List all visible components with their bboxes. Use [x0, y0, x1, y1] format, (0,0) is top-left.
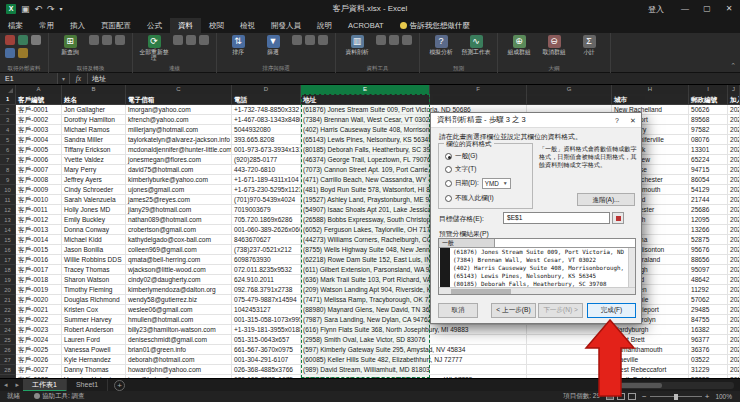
tell-me-box[interactable]: 告訴我您想做什麼 [400, 18, 470, 33]
cell[interactable]: Mary Perry [62, 165, 126, 175]
cell[interactable]: 2021-1 [728, 105, 740, 115]
cell[interactable]: deniseschmidt@gmail.com [126, 335, 232, 345]
cell[interactable]: 86054 [689, 175, 728, 185]
ribbon-tab-資料[interactable]: 資料 [170, 18, 201, 33]
cell[interactable] [430, 365, 527, 375]
cell[interactable]: Donna Conway [62, 225, 126, 235]
cell[interactable]: 8463670627 [232, 235, 301, 245]
row-number[interactable]: 24 [0, 325, 16, 335]
cell[interactable]: 客戶-0012 [16, 215, 62, 225]
collapse-ribbon-icon[interactable]: ⌃ [730, 62, 736, 70]
recent-sources-button[interactable] [115, 35, 127, 47]
refresh-all-button[interactable]: ⟳全部重新整理 [138, 35, 170, 61]
ribbon-tab-常用[interactable]: 常用 [31, 18, 62, 33]
cell[interactable]: Jeffrey Ayers [62, 175, 126, 185]
cell[interactable]: 客戶-0027 [16, 365, 62, 375]
cell[interactable]: 5044932080 [232, 125, 301, 135]
show-queries-button[interactable] [89, 35, 101, 47]
range-selector-button[interactable] [612, 212, 624, 224]
zoom-in-icon[interactable]: + [705, 393, 710, 401]
row-number[interactable]: 14 [0, 225, 16, 235]
cell[interactable]: Kyle Hernandez [62, 355, 126, 365]
cell[interactable]: 2023-0 [728, 315, 740, 325]
cell[interactable]: 2023-0 [728, 215, 740, 225]
cell[interactable]: Danny Thomas [62, 365, 126, 375]
dialog-close-icon[interactable]: ✕ [625, 113, 641, 128]
ribbon-tab-檔案[interactable]: 檔案 [0, 18, 31, 33]
cell[interactable]: 2024-0 [728, 285, 740, 295]
row-number[interactable]: 12 [0, 205, 16, 215]
cell[interactable]: (920)285-0177 [232, 155, 301, 165]
cell[interactable]: 2023-1 [728, 175, 740, 185]
cell[interactable]: (402) Harris Causeway Suite 408, Morriso… [301, 125, 430, 135]
cell[interactable]: 95676 [689, 245, 728, 255]
cell[interactable]: 客戶-0009 [16, 185, 62, 195]
next-button[interactable]: 下一步(N) > [538, 303, 583, 318]
cell[interactable]: qmata@bell-herring.com [126, 255, 232, 265]
date-format-dropdown[interactable]: YMD▼ [482, 178, 511, 189]
name-box-dropdown-icon[interactable]: ▾ [58, 73, 70, 84]
cell[interactable]: 客戶-0023 [16, 325, 62, 335]
advanced-button[interactable]: 進階(A)... [577, 193, 635, 206]
cell[interactable]: 加入日期 [728, 94, 740, 105]
cell[interactable]: +1-671-189-4311x104 [232, 175, 301, 185]
cell[interactable]: weslee06@gmail.com [126, 305, 232, 315]
cell[interactable]: Robert Anderson [62, 325, 126, 335]
ungroup-button[interactable]: ⊖取消群組 [538, 35, 570, 55]
row-number[interactable]: 22 [0, 305, 16, 315]
data-preview-box[interactable]: 一般 (61876) Jones Stream Suite 009, Port … [438, 238, 636, 295]
selected-preview-column[interactable] [440, 248, 450, 289]
cell[interactable]: 7019003679 [232, 205, 301, 215]
cell[interactable]: Kristen Cox [62, 305, 126, 315]
preview-horizontal-scrollbar[interactable] [439, 287, 635, 294]
cell[interactable]: 2021-1 [728, 305, 740, 315]
from-table-button[interactable] [102, 35, 114, 47]
cell[interactable]: 客戶-0005 [16, 145, 62, 155]
cell[interactable]: 客戶-0024 [16, 335, 62, 345]
sheet-nav-left-icon[interactable]: ◂ [0, 381, 12, 389]
cell[interactable]: 客戶-0014 [16, 235, 62, 245]
minimize-button[interactable]: — [674, 0, 696, 18]
cell[interactable]: (6052) Ferguson Lakes, Taylorville, OH 7… [301, 225, 430, 235]
cell[interactable]: (209) Watson Landing Apt 904, Riverside,… [301, 285, 430, 295]
redo-icon[interactable]: ↷ [47, 0, 55, 18]
cell[interactable]: 001-315-058-1073x99541 [232, 315, 301, 325]
cell[interactable]: 客戶-0011 [16, 205, 62, 215]
row-number[interactable]: 23 [0, 315, 16, 325]
destination-input[interactable]: $E$1 [503, 212, 610, 224]
cell[interactable]: Emily Buckley [62, 215, 126, 225]
cell[interactable]: 客戶-0013 [16, 225, 62, 235]
cell[interactable]: 97582 [689, 125, 728, 135]
cell[interactable]: 08076 [689, 135, 728, 145]
cell[interactable]: 96377 [689, 335, 728, 345]
row-number[interactable]: 8 [0, 165, 16, 175]
row-number[interactable]: 16 [0, 245, 16, 255]
cell[interactable]: 6098763930 [232, 255, 301, 265]
cell[interactable]: Cindy Schroeder [62, 185, 126, 195]
cell[interactable]: 2020-1 [728, 205, 740, 215]
qat-dropdown-icon[interactable]: ▾ [60, 0, 63, 18]
cell[interactable]: 13266 [689, 225, 728, 235]
cell[interactable] [430, 94, 527, 105]
cell[interactable]: 2022-1 [728, 195, 740, 205]
cell[interactable]: 624.910.2011 [232, 275, 301, 285]
cell[interactable]: hmullen@hotmail.com [126, 315, 232, 325]
cell[interactable]: (481) Boyd Run Suite 578, Watsonfort, HI… [301, 185, 430, 195]
from-text-button[interactable] [31, 35, 43, 47]
cell[interactable]: (88980) Maynard Glens, New David, TN 369… [301, 305, 430, 315]
save-icon[interactable]: ▣ [21, 0, 30, 18]
cell[interactable]: howardjohn@yahoo.com [126, 365, 232, 375]
cell[interactable]: 2022-1 [728, 245, 740, 255]
undo-icon[interactable]: ↶ [35, 0, 43, 18]
cell[interactable]: (19527) Ashley Land, Praystonburgh, ME 9… [301, 195, 430, 205]
back-button[interactable]: < 上一步(B) [491, 303, 536, 318]
row-number[interactable]: 5 [0, 135, 16, 145]
cell[interactable]: 客戶-0019 [16, 285, 62, 295]
cell[interactable]: Sharon Watson [62, 275, 126, 285]
cell[interactable] [527, 94, 612, 105]
cell[interactable]: 705.720.1869x6286 [232, 215, 301, 225]
cell[interactable]: 2024-1 [728, 225, 740, 235]
row-number[interactable]: 28 [0, 365, 16, 375]
cell[interactable]: Holly Jones MD [62, 205, 126, 215]
flash-fill-button[interactable] [376, 35, 388, 47]
